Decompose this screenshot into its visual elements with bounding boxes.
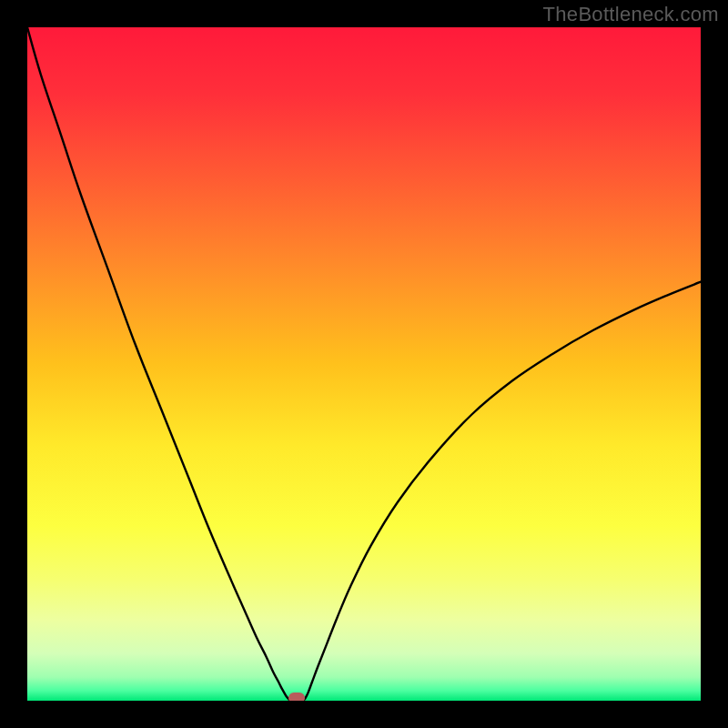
bottleneck-curve [27,27,701,701]
chart-frame: TheBottleneck.com [0,0,728,728]
curve-right-branch [303,282,701,701]
watermark-text: TheBottleneck.com [543,3,719,26]
plot-area [27,27,701,701]
curve-left-branch [27,27,290,701]
minimum-marker [288,693,305,701]
